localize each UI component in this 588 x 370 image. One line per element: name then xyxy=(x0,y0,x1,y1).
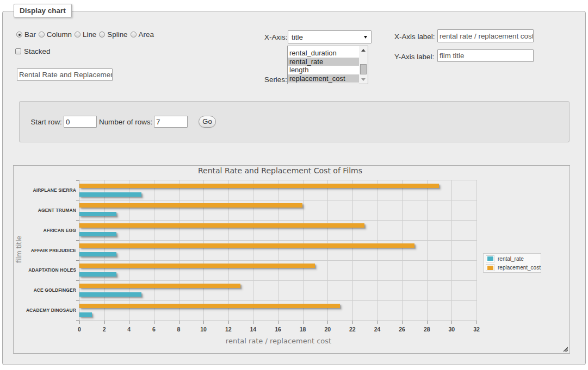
y-axis-label-label: Y-Axis label: xyxy=(394,53,434,61)
series-select-label: Series: xyxy=(264,76,287,84)
y-axis-tick xyxy=(76,200,79,200)
stacked-label[interactable]: Stacked xyxy=(24,47,50,55)
series-option-rental-duration[interactable]: rental_duration xyxy=(288,49,360,58)
go-button[interactable]: Go xyxy=(199,116,216,128)
series-option-length[interactable]: length xyxy=(288,66,360,74)
gridline xyxy=(253,180,253,321)
legend-label: rental_rate xyxy=(498,256,524,262)
legend-label: replacement_cost xyxy=(498,265,541,271)
category-label: AIRPLANE SIERRA xyxy=(5,187,76,193)
x-axis-tick-label: 22 xyxy=(342,326,363,333)
gridline xyxy=(352,180,353,321)
radio-bar[interactable] xyxy=(16,32,22,37)
scrollbar-up-arrow-icon[interactable] xyxy=(359,46,368,54)
x-axis-tick xyxy=(79,321,80,324)
x-axis-select[interactable]: title xyxy=(288,30,372,43)
radio-area-label[interactable]: Area xyxy=(139,30,154,39)
series-option-rental-rate[interactable]: rental_rate xyxy=(288,58,360,66)
radio-spline[interactable] xyxy=(99,32,105,37)
gridline xyxy=(104,180,105,321)
bar-rental_rate xyxy=(79,312,92,317)
category-label: ACADEMY DINOSAUR xyxy=(5,308,76,313)
radio-spline-label[interactable]: Spline xyxy=(107,30,127,39)
y-axis-tick xyxy=(76,180,79,181)
x-axis-tick-label: 4 xyxy=(118,326,140,333)
gridline xyxy=(451,180,452,321)
gridline xyxy=(402,180,403,321)
y-axis-label-input[interactable]: film title xyxy=(437,49,534,62)
chart-title: Rental Rate and Replacement Cost of Film… xyxy=(14,166,547,175)
chart-title-input[interactable]: Rental Rate and Replacement Cost of Film… xyxy=(17,68,113,81)
bar-replacement_cost xyxy=(79,304,340,308)
series-list-scrollbar[interactable] xyxy=(359,46,368,84)
gridline xyxy=(327,180,328,321)
x-axis-tick xyxy=(327,321,328,324)
x-axis-label-input[interactable]: rental rate / replacement cost xyxy=(437,29,534,42)
radio-area[interactable] xyxy=(131,32,137,37)
chart-type-radio-group: Bar Column Line Spline Area xyxy=(16,30,157,39)
radio-column-label[interactable]: Column xyxy=(47,30,72,39)
gridline xyxy=(79,240,476,241)
start-row-input[interactable]: 0 xyxy=(64,116,97,128)
x-axis-tick-label: 6 xyxy=(143,326,165,333)
series-multiselect[interactable]: rental_duration rental_rate length repla… xyxy=(287,46,368,84)
x-axis-selected-value: title xyxy=(292,33,303,41)
x-axis-tick-label: 30 xyxy=(441,326,462,333)
x-axis-tick xyxy=(179,321,180,324)
x-axis-tick-label: 2 xyxy=(94,326,115,333)
radio-line[interactable] xyxy=(75,32,81,37)
radio-bar-label[interactable]: Bar xyxy=(24,30,36,39)
select-dropdown-arrow-icon xyxy=(364,36,367,39)
fieldset-legend: Display chart xyxy=(14,4,72,17)
resize-handle-icon[interactable] xyxy=(563,347,568,352)
scrollbar-thumb[interactable] xyxy=(360,64,367,74)
x-axis-tick-label: 20 xyxy=(317,326,338,333)
gridline xyxy=(228,180,229,321)
row-range-panel: Start row: 0 Number of rows: 7 Go xyxy=(19,101,570,142)
x-axis-tick xyxy=(402,321,403,324)
gridline xyxy=(79,280,476,281)
chart-y-axis-title: film title xyxy=(15,236,23,263)
gridline xyxy=(154,180,154,321)
bar-replacement_cost xyxy=(79,243,414,248)
number-of-rows-input[interactable]: 7 xyxy=(154,116,188,128)
gridline xyxy=(79,260,476,261)
x-axis-tick-label: 10 xyxy=(193,326,214,333)
x-axis-tick xyxy=(129,321,129,324)
x-axis-tick-label: 18 xyxy=(292,326,314,333)
y-axis-tick xyxy=(76,220,79,221)
x-axis-tick-label: 14 xyxy=(242,326,264,333)
y-axis-tick xyxy=(76,280,79,281)
chart-x-axis-title: rental rate / replacement cost xyxy=(80,337,477,345)
radio-line-label[interactable]: Line xyxy=(83,30,96,39)
chart-legend: rental_rate replacement_cost xyxy=(483,253,541,273)
gridline xyxy=(278,180,278,321)
bar-rental_rate xyxy=(79,192,141,197)
x-axis-tick-label: 16 xyxy=(267,326,289,333)
radio-column[interactable] xyxy=(39,32,45,37)
chart-container: Rental Rate and Replacement Cost of Film… xyxy=(13,165,570,354)
gridline xyxy=(427,180,428,321)
series-option-replacement-cost[interactable]: replacement_cost xyxy=(288,74,360,83)
legend-item: rental_rate xyxy=(486,254,541,264)
gridline xyxy=(129,180,129,321)
x-axis-tick-label: 12 xyxy=(218,326,239,333)
gridline xyxy=(303,180,304,321)
x-axis-tick xyxy=(352,321,353,324)
scrollbar-down-arrow-icon[interactable] xyxy=(359,76,368,84)
bar-replacement_cost xyxy=(79,184,439,188)
bar-rental_rate xyxy=(79,292,141,297)
bar-replacement_cost xyxy=(79,284,240,288)
stacked-row: Stacked xyxy=(15,47,50,55)
gridline xyxy=(377,180,378,321)
stacked-checkbox[interactable] xyxy=(15,48,21,54)
gridline xyxy=(79,220,476,221)
bar-replacement_cost xyxy=(79,264,315,268)
bar-rental_rate xyxy=(79,232,116,236)
x-axis-tick xyxy=(303,321,304,324)
bar-replacement_cost xyxy=(79,203,302,208)
x-axis-tick xyxy=(104,321,105,324)
x-axis-tick xyxy=(253,321,253,324)
start-row-label: Start row: xyxy=(31,118,62,126)
gridline xyxy=(79,300,476,301)
